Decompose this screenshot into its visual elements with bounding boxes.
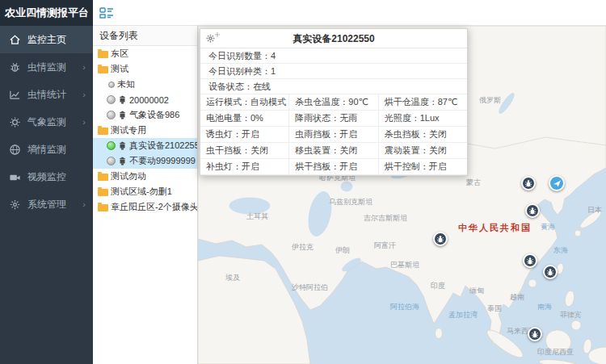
- sidebar-item-weather-monitor[interactable]: 气象监测 ›: [0, 108, 93, 136]
- map-label: 缅甸: [469, 286, 484, 296]
- map-cluster-marker[interactable]: [549, 175, 565, 191]
- sidebar-item-system-manage[interactable]: 系统管理 ›: [0, 190, 93, 218]
- map-label: 菲律宾: [560, 310, 582, 320]
- device-list-title: 设备列表: [93, 26, 197, 46]
- chevron-right-icon: ›: [82, 62, 86, 72]
- tree-label: 测试专用: [111, 124, 146, 136]
- tree-label: 真实设备21022550: [129, 140, 197, 152]
- tree-label: 章丘阳丘区-2个摄像头: [111, 201, 197, 213]
- map-label: 印度尼西亚: [537, 347, 574, 358]
- popup-header: 真实设备21022550: [200, 29, 467, 48]
- popup-row-battery-rain-light: 电池电量：0% 降雨状态：无雨 光照度：1Lux: [200, 111, 467, 127]
- popup-cell: 降雨状态：无雨: [288, 111, 377, 126]
- map-label: 越南: [510, 292, 524, 303]
- home-icon: [9, 34, 21, 46]
- layout-list-icon[interactable]: [99, 6, 114, 19]
- map-label: 吉尔吉斯斯坦: [364, 213, 407, 224]
- map-label: 阿富汗: [374, 241, 396, 251]
- popup-cell: 电池电量：0%: [200, 111, 288, 126]
- sidebar-item-video-monitor[interactable]: 视频监控: [0, 163, 93, 190]
- map-device-marker[interactable]: [521, 176, 536, 190]
- popup-cell: 补虫灯：开启: [200, 159, 288, 174]
- sidebar-item-insect-monitor[interactable]: 虫情监测 ›: [0, 53, 93, 81]
- tree-device-real-21022550[interactable]: 真实设备21022550: [93, 138, 197, 153]
- tree-label: 气象设备986: [129, 109, 179, 121]
- folder-icon: [98, 174, 108, 181]
- sidebar-item-soil-monitor[interactable]: 墒情监测: [0, 136, 93, 163]
- sidebar-item-label: 墒情监测: [27, 143, 66, 157]
- tree-label: 东区: [111, 48, 128, 60]
- sidebar-item-label: 气象监测: [27, 115, 66, 129]
- device-icon: [118, 111, 127, 119]
- popup-cell: 诱虫灯：开启: [200, 127, 288, 142]
- tree-folder-east[interactable]: 东区: [93, 46, 197, 61]
- tree-folder-test[interactable]: 测试: [93, 61, 197, 77]
- status-offline-icon: [107, 111, 116, 119]
- map-label: 俄罗斯: [479, 95, 501, 106]
- topbar: [93, 0, 606, 26]
- popup-cell: 烘干控制：开启: [378, 159, 467, 174]
- popup-cell: 虫干挡板：关闭: [200, 143, 288, 158]
- map-device-marker[interactable]: [525, 203, 540, 218]
- device-icon: [118, 95, 127, 104]
- sidebar: 农业四情测报平台 监控主页 虫情监测 › 虫情统计 › 气象监测 ›: [0, 0, 93, 364]
- sidebar-menu: 监控主页 虫情监测 › 虫情统计 › 气象监测 › 墒情监测: [0, 26, 93, 218]
- map-device-marker[interactable]: [528, 327, 542, 341]
- chevron-right-icon: ›: [82, 199, 86, 209]
- tree-label: 测试区域-勿删1: [111, 186, 172, 198]
- tree-device-dont-move[interactable]: 不要动99999999: [93, 153, 197, 169]
- map-label: 蒙古: [466, 178, 481, 188]
- settings-gear-icon[interactable]: [205, 33, 221, 44]
- tree-folder-test-special[interactable]: 测试专用: [93, 123, 197, 138]
- map-sea-label: 孟加拉湾: [448, 310, 478, 320]
- popup-cell: 震动装置：关闭: [378, 143, 467, 158]
- folder-icon: [98, 51, 108, 58]
- popup-row-baffles-2: 虫干挡板：关闭 移虫装置：关闭 震动装置：关闭: [200, 143, 467, 159]
- popup-cell: 移虫装置：关闭: [288, 143, 377, 158]
- tree-node-unknown[interactable]: 未知: [93, 77, 197, 92]
- sidebar-item-home[interactable]: 监控主页: [0, 26, 93, 53]
- bug-icon: [9, 61, 21, 73]
- tree-device-weather-986[interactable]: 气象设备986: [93, 107, 197, 123]
- sidebar-item-label: 监控主页: [27, 33, 66, 47]
- folder-icon: [98, 204, 108, 211]
- map-sea-label: 黄海: [541, 222, 555, 232]
- sidebar-item-label: 虫情统计: [27, 88, 66, 102]
- device-icon: [118, 157, 127, 165]
- tree-folder-test-area[interactable]: 测试区域-勿删1: [93, 184, 197, 199]
- folder-icon: [98, 189, 108, 196]
- status-offline-icon: [107, 157, 116, 165]
- popup-row-device-status: 设备状态：在线: [200, 79, 467, 94]
- sidebar-item-label: 视频监控: [27, 170, 66, 184]
- sun-icon: [9, 116, 21, 128]
- device-icon: [118, 141, 127, 150]
- map-label: 土耳其: [246, 211, 268, 222]
- map-label: 伊朗: [335, 245, 350, 256]
- map-label: 泰国: [487, 303, 502, 314]
- chart-icon: [9, 89, 21, 101]
- popup-row-lamp-baffles-1: 诱虫灯：开启 虫雨挡板：开启 杀虫挡板：关闭: [200, 127, 467, 143]
- tree-label: 测试勿动: [111, 170, 146, 182]
- sidebar-item-insect-stats[interactable]: 虫情统计 ›: [0, 81, 93, 108]
- tree-folder-test-no-move[interactable]: 测试勿动: [93, 169, 197, 184]
- status-offline-icon: [107, 95, 116, 104]
- tree-device-20000002[interactable]: 20000002: [93, 92, 197, 107]
- popup-cell: 虫雨挡板：开启: [288, 127, 377, 142]
- popup-cell: 杀虫挡板：关闭: [378, 127, 467, 142]
- popup-row-mode-temps: 运行模式：自动模式 杀虫仓温度：90℃ 烘干仓温度：87℃: [200, 94, 467, 111]
- tree-label: 20000002: [129, 95, 169, 105]
- map-label: 沙特阿拉伯: [292, 282, 328, 293]
- map-label: 伊拉克: [292, 242, 314, 253]
- gear-icon: [9, 199, 21, 211]
- tree-folder-zhangqiu-cameras[interactable]: 章丘阳丘区-2个摄像头: [93, 199, 197, 215]
- popup-cell: 运行模式：自动模式: [200, 94, 288, 110]
- tree-label: 测试: [111, 63, 128, 75]
- map-device-marker[interactable]: [543, 265, 558, 279]
- map-device-marker[interactable]: [433, 232, 448, 246]
- tree-label: 不要动99999999: [129, 155, 196, 167]
- popup-row-recognized-types: 今日识别种类：1: [200, 64, 467, 79]
- popup-row-drying: 补虫灯：开启 烘干挡板：开启 烘干控制：开启: [200, 159, 467, 175]
- map-device-marker[interactable]: [523, 253, 537, 268]
- popup-cell: 杀虫仓温度：90℃: [288, 94, 377, 110]
- popup-row-recognized-count: 今日识别数量：4: [200, 48, 467, 64]
